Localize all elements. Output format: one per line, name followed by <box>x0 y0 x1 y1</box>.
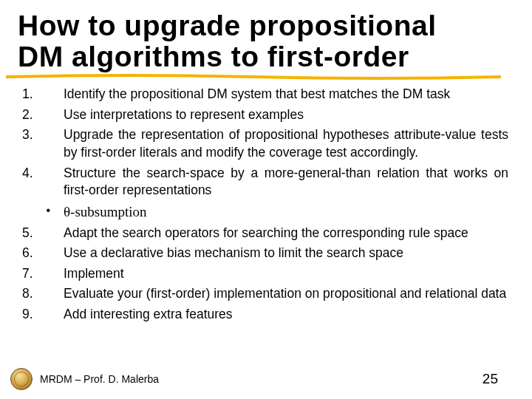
slide: How to upgrade propositional DM algorith… <box>0 0 532 399</box>
seal-icon <box>10 368 33 390</box>
footer-text: MRDM – Prof. D. Malerba <box>40 373 159 385</box>
title-line-2: DM algorithms to first-order <box>18 41 409 72</box>
item-text: Structure the search-space by a more-gen… <box>64 165 508 200</box>
slide-title: How to upgrade propositional DM algorith… <box>18 10 508 72</box>
sub-item-text: θ-subsumption <box>64 202 147 222</box>
title-underline-decoration <box>6 74 501 80</box>
item-number: 5. <box>18 225 64 242</box>
numbered-list: 1. Identify the propositional DM system … <box>18 86 508 324</box>
item-number: 2. <box>18 106 64 124</box>
list-item: 4. Structure the search-space by a more-… <box>18 165 508 200</box>
sub-list-item: • θ-subsumption <box>18 202 508 222</box>
list-item: 5. Adapt the search operators for search… <box>18 225 508 242</box>
list-item: 6. Use a declarative bias mechanism to l… <box>18 245 508 262</box>
item-number: 7. <box>18 265 64 283</box>
list-item: 1. Identify the propositional DM system … <box>18 86 508 103</box>
list-item: 8. Evaluate your (first-order) implement… <box>18 285 508 303</box>
footer-left: MRDM – Prof. D. Malerba <box>10 368 159 390</box>
item-text: Adapt the search operators for searching… <box>64 225 508 242</box>
item-text: Identify the propositional DM system tha… <box>64 86 508 103</box>
slide-footer: MRDM – Prof. D. Malerba 25 <box>0 368 532 390</box>
list-item: 9. Add interesting extra features <box>18 306 508 324</box>
item-number: 6. <box>18 245 64 262</box>
list-item: 7. Implement <box>18 265 508 283</box>
item-number: 9. <box>18 306 64 324</box>
page-number: 25 <box>482 371 498 387</box>
item-number: 1. <box>18 86 64 103</box>
list-item: 2. Use interpretations to represent exam… <box>18 106 508 124</box>
item-text: Upgrade the representation of propositio… <box>64 126 508 161</box>
item-number: 4. <box>18 165 64 200</box>
title-line-1: How to upgrade propositional <box>18 10 436 41</box>
item-text: Use interpretations to represent example… <box>64 106 508 124</box>
item-text: Implement <box>64 265 508 283</box>
item-text: Use a declarative bias mechanism to limi… <box>64 245 508 262</box>
item-text: Add interesting extra features <box>64 306 508 324</box>
list-item: 3. Upgrade the representation of proposi… <box>18 126 508 161</box>
item-number: 3. <box>18 126 64 161</box>
bullet-icon: • <box>18 202 64 222</box>
item-number: 8. <box>18 285 64 303</box>
item-text: Evaluate your (first-order) implementati… <box>64 285 508 303</box>
